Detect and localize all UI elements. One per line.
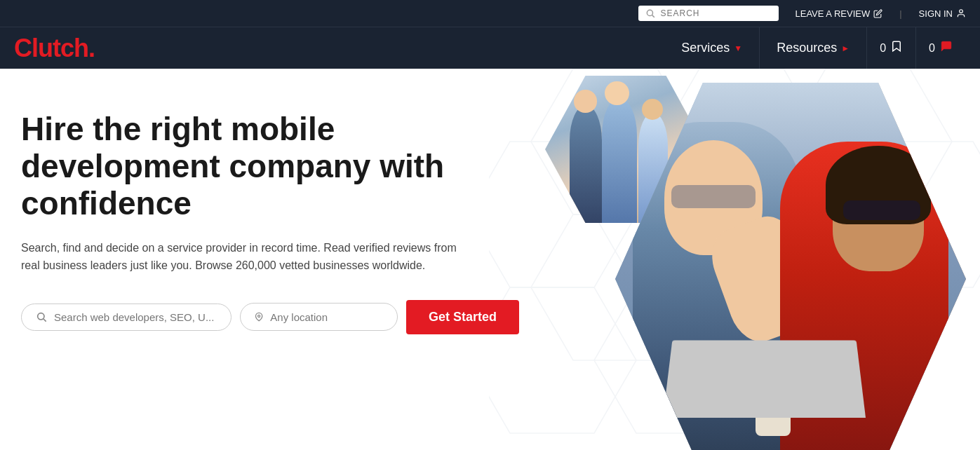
resources-label: Resources [777,41,837,55]
leave-review-label: LEAVE A REVIEW [796,8,871,19]
svg-point-18 [258,315,260,318]
top-bar: LEAVE A REVIEW | SIGN IN [0,0,980,27]
search-row: Get Started [21,300,519,334]
logo[interactable]: Clutch. [14,34,95,63]
hero-title: Hire the right mobile development compan… [21,111,498,222]
hero-subtitle: Search, find and decide on a service pro… [21,239,470,275]
nav-bar: Clutch. Services ▼ Resources ► 0 0 [0,27,980,69]
resources-nav-item[interactable]: Resources ► [760,27,867,69]
search-field-icon [36,311,47,322]
user-icon [956,8,966,18]
top-search-input[interactable] [661,8,772,18]
service-search-field[interactable] [21,304,231,331]
services-nav-item[interactable]: Services ▼ [664,27,760,69]
messages-count: 0 [929,42,935,55]
leave-review-link[interactable]: LEAVE A REVIEW [796,8,883,19]
bookmarks-nav-group[interactable]: 0 [867,27,916,69]
svg-line-1 [652,15,654,18]
messages-nav-group[interactable]: 0 [916,27,966,69]
sign-in-label: SIGN IN [919,8,953,19]
services-chevron-icon: ▼ [734,43,742,53]
hero-section: Hire the right mobile development compan… [0,69,980,450]
svg-point-16 [38,313,44,320]
hero-content: Hire the right mobile development compan… [0,69,547,376]
nav-divider: | [899,8,901,19]
svg-point-2 [960,10,963,13]
logo-dot: . [88,34,95,62]
location-input[interactable] [270,311,383,323]
search-icon [645,8,655,18]
location-field[interactable] [240,303,398,331]
get-started-button[interactable]: Get Started [406,300,519,334]
nav-items: Services ▼ Resources ► 0 0 [664,27,966,69]
resources-chevron-icon: ► [841,43,850,53]
pencil-icon [873,9,882,18]
bookmarks-count: 0 [880,42,886,55]
svg-point-0 [647,10,652,15]
service-search-input[interactable] [54,311,217,323]
logo-text: Clutch [14,34,88,62]
services-label: Services [681,41,730,55]
bookmark-icon [890,39,903,57]
sign-in-link[interactable]: SIGN IN [919,8,966,19]
svg-line-17 [43,319,46,322]
messages-icon [939,40,953,56]
search-box[interactable] [638,6,779,21]
location-pin-icon [255,311,263,323]
